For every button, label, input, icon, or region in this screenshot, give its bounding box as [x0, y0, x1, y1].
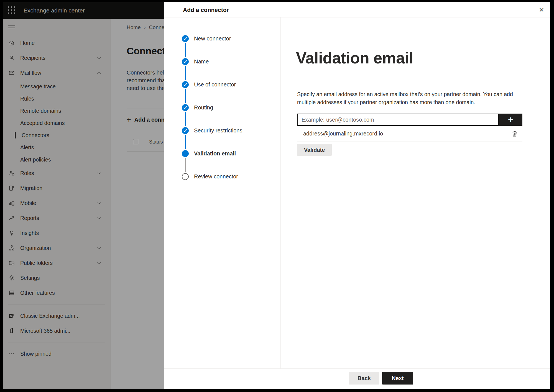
- add-email-button[interactable]: +: [499, 114, 522, 126]
- step-status-icon: [182, 127, 189, 134]
- step-label: Security restrictions: [194, 119, 242, 142]
- step-status-icon: [182, 104, 189, 111]
- step-label: Use of connector: [194, 73, 236, 96]
- step-status-icon: [182, 150, 189, 157]
- dialog-header: Add a connector ✕: [164, 2, 550, 17]
- wizard-step[interactable]: New connector: [164, 27, 279, 50]
- step-label: Routing: [194, 96, 213, 119]
- wizard-step: Review connector: [164, 165, 279, 188]
- step-connector-line: [185, 158, 186, 172]
- step-connector-line: [185, 66, 186, 80]
- back-button[interactable]: Back: [349, 372, 379, 385]
- validate-button[interactable]: Validate: [297, 144, 332, 156]
- step-status-icon: [182, 81, 189, 88]
- step-label: Validation email: [194, 142, 236, 165]
- dialog-title: Add a connector: [183, 2, 229, 17]
- wizard-steps: New connector Name Use of connector: [164, 27, 279, 188]
- wizard-step[interactable]: Routing: [164, 96, 279, 119]
- step-label: Name: [194, 50, 209, 73]
- step-description: Specify an email address for an active m…: [297, 90, 516, 106]
- wizard-content-divider: [280, 17, 281, 368]
- address-row: address@journaling.mxrecord.io: [297, 126, 522, 142]
- step-connector-line: [185, 135, 186, 149]
- next-button[interactable]: Next: [382, 372, 413, 385]
- step-heading: Validation email: [296, 48, 413, 68]
- check-icon: [182, 36, 188, 42]
- step-connector-line: [185, 89, 186, 103]
- screen: Exchange admin center Home Recipients Ma…: [3, 2, 550, 389]
- step-label: New connector: [194, 27, 231, 50]
- check-icon: [182, 105, 188, 111]
- step-status-icon: [182, 173, 189, 180]
- plus-icon: +: [508, 114, 513, 125]
- close-icon[interactable]: ✕: [537, 6, 546, 14]
- step-status-icon: [182, 35, 189, 42]
- wizard-step[interactable]: Name: [164, 50, 279, 73]
- wizard-step[interactable]: Use of connector: [164, 73, 279, 96]
- step-connector-line: [185, 112, 186, 126]
- address-email: address@journaling.mxrecord.io: [303, 126, 383, 142]
- address-list: address@journaling.mxrecord.io: [297, 126, 522, 142]
- step-status-icon: [182, 58, 189, 65]
- check-icon: [182, 82, 188, 88]
- validation-email-input[interactable]: [297, 114, 499, 126]
- footer-divider: [164, 368, 550, 369]
- step-connector-line: [185, 43, 186, 57]
- wizard-step[interactable]: Validation email: [164, 142, 279, 165]
- email-input-row: +: [297, 114, 522, 126]
- check-icon: [182, 59, 188, 65]
- step-label: Review connector: [194, 165, 238, 188]
- check-icon: [182, 128, 188, 134]
- wizard-step[interactable]: Security restrictions: [164, 119, 279, 142]
- trash-icon[interactable]: [511, 130, 518, 137]
- add-connector-dialog: Add a connector ✕ New connector Name: [164, 2, 550, 389]
